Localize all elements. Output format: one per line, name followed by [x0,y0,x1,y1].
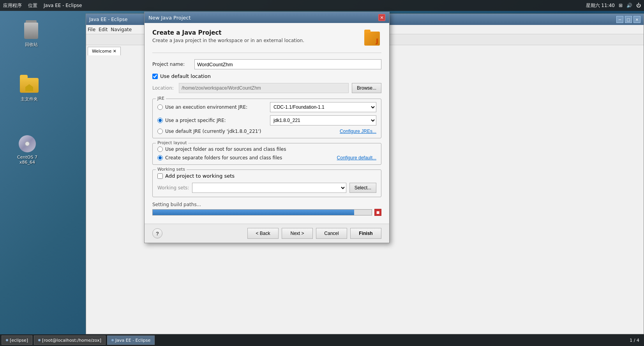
eclipse-welcome-tab[interactable]: Welcome ✕ [88,47,121,55]
working-sets-group-label: Working sets [156,167,187,172]
eclipse-tab-label: Welcome ✕ [92,49,116,54]
taskbar-eclipse-label: [eclipse] [10,338,28,343]
footer-help: ? [152,228,162,238]
dialog-header-title: Create a Java Project [152,29,363,36]
dialog-header-icon [363,29,381,48]
home-folder-label: 主文件夹 [21,96,38,102]
browse-button[interactable]: Browse... [352,83,381,93]
location-menu[interactable]: 位置 [28,2,37,9]
configure-default-link[interactable]: Configure default... [337,155,376,161]
project-specific-jre-label: Use a project specific JRE: [165,118,268,123]
use-default-location-row: Use default location [152,73,381,79]
working-sets-group: Working sets Add project to working sets… [152,169,381,197]
location-row: Location: Browse... [152,83,381,93]
folder-root-radio[interactable] [157,147,163,152]
taskbar-page-info: 1 / 4 [630,338,642,343]
dialog-header: Create a Java Project Create a Java proj… [152,29,381,53]
eclipse-win-controls: ─ □ ✕ [616,16,640,23]
dialog-footer: ? < Back Next > Cancel Finish [145,224,389,243]
jre-project-specific-row: Use a project specific JRE: jdk1.8.0_221 [157,115,376,125]
menubar-left: 应用程序 位置 Java EE - Eclipse [3,2,82,9]
next-button[interactable]: Next > [282,228,313,239]
progress-label: Setting build paths... [152,202,381,207]
select-working-sets-button[interactable]: Select... [349,183,376,193]
execution-env-dropdown[interactable]: CDC-1.1/Foundation-1.1 [270,102,376,112]
desktop-icon-home[interactable]: 主文件夹 [14,76,45,102]
help-button[interactable]: ? [152,228,162,238]
dialog-close-button[interactable]: ✕ [378,14,385,21]
eclipse-menu-edit[interactable]: Edit [99,27,108,32]
use-default-location-checkbox[interactable] [152,74,158,79]
project-specific-jre-radio[interactable] [157,118,163,123]
jre-default-row: Use default JRE (currently 'jdk1.8.0_221… [157,129,376,134]
eclipse-minimize-btn[interactable]: ─ [616,16,623,23]
taskbar: [eclipse] [root@localhost:/home/zox] Jav… [0,334,644,346]
working-sets-select-row: Working sets: Select... [157,183,376,193]
separate-folders-label: Create separate folders for sources and … [165,155,335,161]
menubar-right: 星期六 11:40 ⊞ 🔊 ⏻ [586,2,641,9]
trash-icon [24,23,38,39]
desktop-icon-trash[interactable]: 回收站 [16,21,47,48]
back-button[interactable]: < Back [247,228,279,239]
eclipse-maximize-btn[interactable]: □ [625,16,632,23]
taskbar-dot [6,339,8,341]
cancel-button[interactable]: Cancel [316,228,347,239]
add-working-sets-checkbox[interactable] [157,173,163,179]
cd-label: CentOS 7 x86_64 [12,155,43,165]
taskbar-item-javaee[interactable]: Java EE - Eclipse [107,335,155,345]
volume-icon: 🔊 [626,3,632,8]
new-java-project-dialog: New Java Project ✕ Create a Java Project… [144,12,390,243]
trash-label: 回收站 [25,42,38,48]
execution-env-radio[interactable] [157,104,163,110]
project-layout-group: Project layout Use project folder as roo… [152,143,381,165]
project-name-input[interactable] [194,59,381,69]
home-folder-icon [20,78,39,93]
jre-execution-env-row: Use an execution environment JRE: CDC-1.… [157,102,376,112]
folder-root-label: Use project folder as root for sources a… [165,147,376,152]
taskbar-terminal-label: [root@localhost:/home/zox] [42,338,101,343]
project-name-row: Project name: [152,59,381,69]
separate-folders-radio[interactable] [157,155,163,161]
top-menubar: 应用程序 位置 Java EE - Eclipse 星期六 11:40 ⊞ 🔊 … [0,0,644,11]
taskbar-item-eclipse[interactable]: [eclipse] [2,335,32,345]
working-sets-label: Working sets: [157,185,189,191]
progress-section: Setting build paths... ■ [152,202,381,216]
default-jre-label: Use default JRE (currently 'jdk1.8.0_221… [165,129,337,134]
add-working-sets-label[interactable]: Add project to working sets [165,173,235,179]
layout-folder-root-row: Use project folder as root for sources a… [157,147,376,152]
jre-group: JRE Use an execution environment JRE: CD… [152,99,381,138]
default-jre-radio[interactable] [157,129,163,134]
dialog-body: Create a Java Project Create a Java proj… [145,23,389,224]
dialog-header-text: Create a Java Project Create a Java proj… [152,29,363,43]
datetime-display: 星期六 11:40 [586,2,615,9]
project-name-label: Project name: [152,62,191,67]
taskbar-dot-terminal [38,339,41,341]
execution-env-label: Use an execution environment JRE: [165,104,268,110]
dialog-titlebar: New Java Project ✕ [145,12,389,23]
configure-jres-link[interactable]: Configure JREs... [340,129,376,134]
eclipse-window-title: Java EE - Eclipse [89,17,127,22]
eclipse-menu-file[interactable]: File [88,27,95,32]
desktop-icon-cd[interactable]: CentOS 7 x86_64 [12,134,43,165]
eclipse-close-btn[interactable]: ✕ [633,16,640,23]
java-project-icon [364,32,380,46]
use-default-location-label[interactable]: Use default location [160,73,211,79]
network-icon: ⊞ [619,3,623,8]
layout-separate-folders-row: Create separate folders for sources and … [157,155,376,161]
eclipse-menu-navigate[interactable]: Navigate [111,27,132,32]
finish-button[interactable]: Finish [350,228,381,239]
power-icon: ⏻ [636,3,641,8]
location-input[interactable] [179,83,349,93]
app-menu[interactable]: 应用程序 [3,2,22,9]
dialog-header-subtitle: Create a Java project in the workspace o… [152,38,363,43]
project-specific-jre-dropdown[interactable]: jdk1.8.0_221 [270,115,376,125]
window-title-menu: Java EE - Eclipse [44,3,82,8]
project-layout-label: Project layout [156,140,188,145]
desktop: 应用程序 位置 Java EE - Eclipse 星期六 11:40 ⊞ 🔊 … [0,0,644,346]
progress-bar-container [152,209,372,215]
progress-stop-button[interactable]: ■ [374,209,381,216]
location-label: Location: [152,85,176,91]
working-sets-dropdown[interactable] [192,183,346,193]
dialog-title: New Java Project [148,15,191,21]
taskbar-item-terminal[interactable]: [root@localhost:/home/zox] [34,335,106,345]
